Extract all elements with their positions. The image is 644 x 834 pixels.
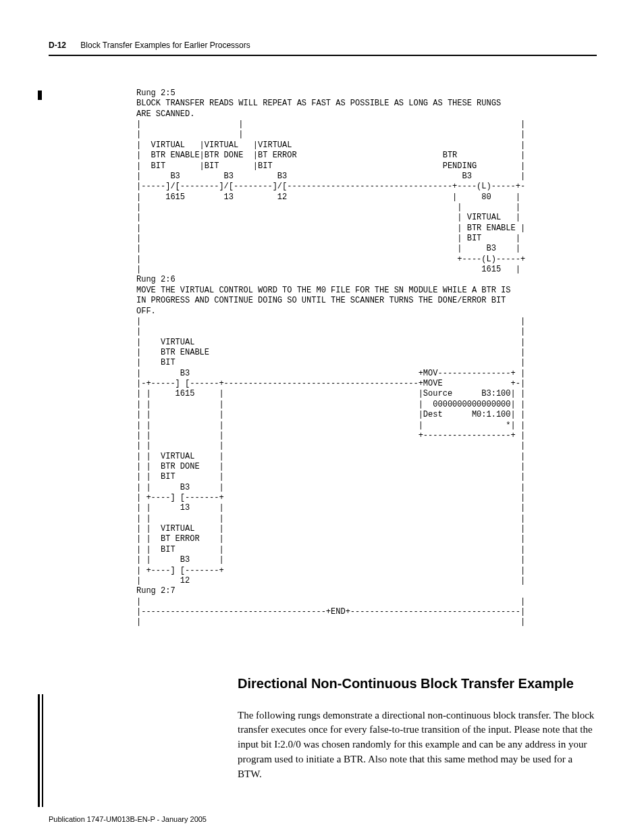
- section-body: The following rungs demonstrate a direct…: [238, 708, 597, 782]
- ladder-listing: Rung 2:5 BLOCK TRANSFER READS WILL REPEA…: [136, 88, 597, 628]
- section-heading: Directional Non-Continuous Block Transfe…: [238, 675, 597, 692]
- page-number: D-12: [49, 41, 66, 50]
- page-footer: Publication 1747-UM013B-EN-P - January 2…: [49, 815, 597, 825]
- change-bar-marker: [38, 90, 42, 100]
- header-rule: [49, 55, 597, 56]
- section-directional-example: Directional Non-Continuous Block Transfe…: [238, 675, 597, 782]
- ladder-listing-wrap: Rung 2:5 BLOCK TRANSFER READS WILL REPEA…: [136, 88, 597, 628]
- left-bar: [38, 694, 40, 807]
- chapter-title: Block Transfer Examples for Earlier Proc…: [80, 41, 250, 50]
- document-page: D-12 Block Transfer Examples for Earlier…: [0, 0, 644, 834]
- page-header: D-12 Block Transfer Examples for Earlier…: [49, 41, 597, 51]
- publication-line: Publication 1747-UM013B-EN-P - January 2…: [49, 815, 207, 823]
- left-bar-inner: [42, 694, 43, 807]
